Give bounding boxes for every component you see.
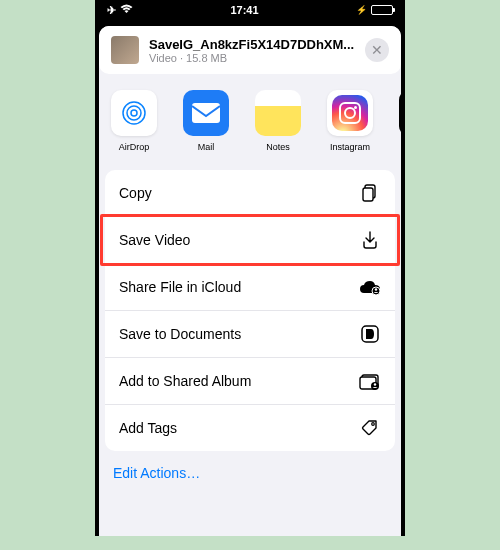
svg-point-1	[127, 106, 141, 120]
battery-icon	[371, 5, 393, 15]
status-right: ⚡	[356, 5, 393, 15]
share-instagram[interactable]: Instagram	[323, 90, 377, 152]
svg-point-6	[372, 287, 380, 295]
action-save-video[interactable]: Save Video	[105, 217, 395, 264]
instagram-label: Instagram	[330, 142, 370, 152]
svg-point-0	[131, 110, 137, 116]
action-add-tags[interactable]: Add Tags	[105, 405, 395, 451]
mail-icon	[183, 90, 229, 136]
status-left: ✈	[107, 4, 133, 17]
action-share-icloud-label: Share File in iCloud	[119, 279, 241, 295]
charging-icon: ⚡	[356, 5, 367, 15]
icloud-share-icon	[359, 276, 381, 298]
svg-point-12	[374, 383, 376, 385]
action-add-tags-label: Add Tags	[119, 420, 177, 436]
svg-rect-3	[192, 103, 220, 123]
share-mail[interactable]: Mail	[179, 90, 233, 152]
action-add-shared-album-label: Add to Shared Album	[119, 373, 251, 389]
close-button[interactable]: ✕	[365, 38, 389, 62]
action-save-documents-label: Save to Documents	[119, 326, 241, 342]
action-copy[interactable]: Copy	[105, 170, 395, 217]
share-apps-row: AirDrop Mail Notes Instagram T	[99, 74, 401, 164]
file-name: SaveIG_An8kzFi5X14D7DDhXM...	[149, 37, 355, 52]
svg-point-7	[375, 288, 377, 290]
airplane-icon: ✈	[107, 4, 116, 17]
share-notes[interactable]: Notes	[251, 90, 305, 152]
wifi-icon	[120, 4, 133, 16]
copy-icon	[359, 182, 381, 204]
instagram-icon	[327, 90, 373, 136]
download-icon	[359, 229, 381, 251]
svg-point-11	[371, 382, 379, 390]
status-time: 17:41	[230, 4, 258, 16]
action-save-video-label: Save Video	[119, 232, 190, 248]
phone-frame: ✈ 17:41 ⚡ SaveIG_An8kzFi5X14D7DDhXM... V…	[95, 0, 405, 536]
file-thumbnail	[111, 36, 139, 64]
action-share-icloud[interactable]: Share File in iCloud	[105, 264, 395, 311]
svg-rect-5	[363, 188, 373, 201]
edit-actions-button[interactable]: Edit Actions…	[99, 451, 401, 495]
notes-label: Notes	[266, 142, 290, 152]
airdrop-label: AirDrop	[119, 142, 150, 152]
status-bar: ✈ 17:41 ⚡	[95, 0, 405, 20]
airdrop-icon	[111, 90, 157, 136]
actions-list: Copy Save Video Share File in iCloud Sav…	[105, 170, 395, 451]
file-info: SaveIG_An8kzFi5X14D7DDhXM... Video · 15.…	[149, 37, 355, 64]
close-icon: ✕	[371, 42, 383, 58]
action-save-documents[interactable]: Save to Documents	[105, 311, 395, 358]
file-meta: Video · 15.8 MB	[149, 52, 355, 64]
share-sheet: SaveIG_An8kzFi5X14D7DDhXM... Video · 15.…	[99, 26, 401, 536]
tag-icon	[359, 417, 381, 439]
file-header: SaveIG_An8kzFi5X14D7DDhXM... Video · 15.…	[99, 26, 401, 74]
notes-icon	[255, 90, 301, 136]
action-add-shared-album[interactable]: Add to Shared Album	[105, 358, 395, 405]
share-airdrop[interactable]: AirDrop	[107, 90, 161, 152]
documents-icon	[359, 323, 381, 345]
mail-label: Mail	[198, 142, 215, 152]
action-copy-label: Copy	[119, 185, 152, 201]
shared-album-icon	[359, 370, 381, 392]
tiktok-icon	[399, 90, 401, 136]
svg-point-13	[372, 423, 375, 426]
share-tiktok[interactable]: T	[395, 90, 401, 152]
